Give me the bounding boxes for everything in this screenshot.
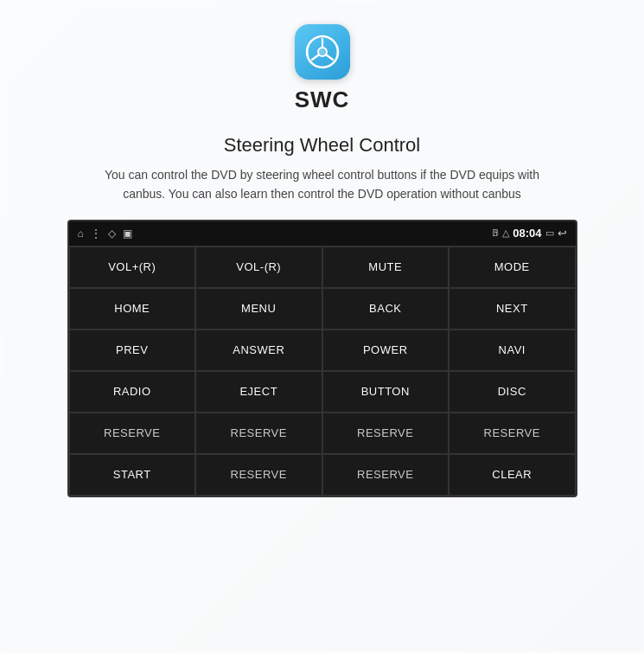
- description-heading: Steering Wheel Control: [89, 134, 556, 157]
- grid-cell-5-0[interactable]: START: [69, 454, 196, 496]
- bluetooth-icon: 𝔹: [492, 227, 499, 239]
- svg-line-3: [312, 55, 319, 61]
- grid-cell-5-1[interactable]: RESERVE: [195, 454, 322, 496]
- description-section: Steering Wheel Control You can control t…: [89, 134, 556, 204]
- status-time: 08:04: [513, 227, 541, 240]
- grid-cell-2-0[interactable]: PREV: [69, 330, 196, 371]
- grid-cell-4-1[interactable]: RESERVE: [195, 413, 322, 454]
- grid-cell-1-1[interactable]: MENU: [195, 288, 322, 330]
- grid-cell-3-3[interactable]: DISC: [449, 371, 576, 413]
- battery-icon: ▭: [545, 227, 554, 239]
- status-right: 𝔹 △ 08:04 ▭ ↩: [492, 227, 566, 240]
- grid-cell-2-1[interactable]: ANSWER: [195, 330, 322, 371]
- button-grid: VOL+(R)VOL-(R)MUTEMODEHOMEMENUBACKNEXTPR…: [69, 246, 576, 496]
- device-screen: ⌂ ⋮ ◇ ▣ 𝔹 △ 08:04 ▭ ↩ VOL+(R)VOL-(R)MUTE…: [67, 220, 577, 497]
- grid-cell-3-1[interactable]: EJECT: [195, 371, 322, 413]
- app-icon: [295, 24, 350, 80]
- steering-wheel-icon: [304, 34, 341, 70]
- image-icon: ▣: [123, 227, 132, 240]
- description-body: You can control the DVD by steering whee…: [89, 165, 556, 204]
- grid-cell-2-3[interactable]: NAVI: [449, 330, 576, 371]
- grid-cell-5-3[interactable]: CLEAR: [449, 454, 576, 496]
- back-icon: ↩: [558, 227, 567, 240]
- grid-cell-4-2[interactable]: RESERVE: [322, 413, 450, 454]
- grid-cell-0-3[interactable]: MODE: [449, 246, 576, 288]
- grid-cell-1-2[interactable]: BACK: [322, 288, 450, 330]
- grid-cell-5-2[interactable]: RESERVE: [322, 454, 450, 496]
- grid-cell-1-3[interactable]: NEXT: [449, 288, 576, 330]
- grid-cell-3-2[interactable]: BUTTON: [322, 371, 450, 413]
- svg-line-4: [326, 55, 333, 61]
- grid-cell-4-3[interactable]: RESERVE: [449, 413, 576, 454]
- brightness-icon: ◇: [108, 227, 116, 240]
- grid-cell-1-0[interactable]: HOME: [69, 288, 196, 330]
- grid-cell-3-0[interactable]: RADIO: [69, 371, 196, 413]
- main-content: SWC Steering Wheel Control You can contr…: [0, 0, 644, 653]
- dots-icon: ⋮: [91, 227, 101, 240]
- app-icon-container: SWC: [295, 24, 350, 113]
- signal-icon: △: [502, 227, 509, 239]
- grid-cell-2-2[interactable]: POWER: [322, 330, 450, 371]
- home-icon: ⌂: [78, 227, 84, 240]
- grid-cell-4-0[interactable]: RESERVE: [69, 413, 196, 454]
- grid-cell-0-2[interactable]: MUTE: [322, 246, 450, 288]
- grid-cell-0-1[interactable]: VOL-(R): [195, 246, 322, 288]
- grid-cell-0-0[interactable]: VOL+(R): [69, 246, 196, 288]
- app-title: SWC: [295, 86, 350, 113]
- status-left: ⌂ ⋮ ◇ ▣: [78, 227, 132, 240]
- status-bar: ⌂ ⋮ ◇ ▣ 𝔹 △ 08:04 ▭ ↩: [69, 221, 576, 246]
